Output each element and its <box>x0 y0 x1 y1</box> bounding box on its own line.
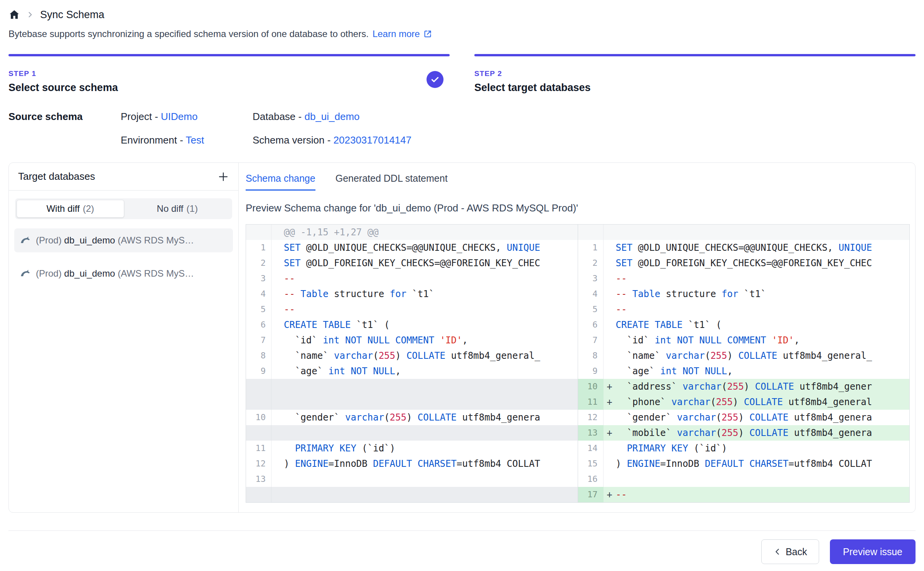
diff-line-number: 12 <box>246 456 271 471</box>
target-database-item-2[interactable]: (Prod) db_ui_demo (AWS RDS MyS… <box>14 262 233 286</box>
diff-pane-source: @@ -1,15 +1,27 @@1SET @OLD_UNIQUE_CHECKS… <box>246 225 578 502</box>
schema-change-content: Schema change Generated DDL statement Pr… <box>239 163 915 512</box>
subtitle-text: Bytebase supports synchronizing a specif… <box>8 29 369 39</box>
diff-line-sign <box>271 471 284 487</box>
diff-line: 8 `name` varchar(255) COLLATE utf8mb4_ge… <box>578 348 910 363</box>
target-database-item-label: (Prod) db_ui_demo (AWS RDS MyS… <box>36 268 194 279</box>
diff-line-code: `mobile` varchar(255) COLLATE utf8mb4_ge… <box>616 425 910 441</box>
diff-line-number: 8 <box>246 348 271 363</box>
diff-line-code: ) ENGINE=InnoDB DEFAULT CHARSET=utf8mb4 … <box>616 456 910 471</box>
chevron-right-icon <box>26 11 34 19</box>
diff-line <box>246 425 578 441</box>
diff-line-code: -- <box>616 302 910 317</box>
chevron-left-icon <box>773 547 782 556</box>
diff-line-code: PRIMARY KEY (`id`) <box>284 441 578 456</box>
diff-line: 5-- <box>246 302 578 317</box>
diff-line-sign <box>604 363 616 379</box>
diff-line <box>246 394 578 410</box>
diff-line-number: 3 <box>246 271 271 286</box>
diff-line: 13+ `mobile` varchar(255) COLLATE utf8mb… <box>578 425 910 441</box>
diff-line: 6CREATE TABLE `t1` ( <box>578 317 910 333</box>
environment-link[interactable]: Test <box>186 134 204 146</box>
diff-line-sign <box>271 394 284 410</box>
diff-line-sign <box>271 425 284 441</box>
diff-line-number: 10 <box>246 410 271 425</box>
step-1-label: STEP 1 <box>8 69 450 78</box>
diff-line-number: 15 <box>578 456 604 471</box>
project-field-label: Project - <box>121 111 158 122</box>
diff-line: 15) ENGINE=InnoDB DEFAULT CHARSET=utf8mb… <box>578 456 910 471</box>
diff-line-sign <box>271 317 284 333</box>
target-database-list: (Prod) db_ui_demo (AWS RDS MyS… (Prod) d… <box>9 228 238 295</box>
page-title: Sync Schema <box>40 9 105 21</box>
schema-version-link[interactable]: 20230317014147 <box>334 134 411 146</box>
diff-line-sign <box>271 487 284 502</box>
diff-line: 17+-- <box>578 487 910 502</box>
diff-line: 3-- <box>578 271 910 286</box>
diff-line-sign <box>271 333 284 348</box>
diff-line-number <box>246 379 271 394</box>
step-2-label: STEP 2 <box>474 69 916 78</box>
diff-line-sign <box>271 379 284 394</box>
diff-line: 14 PRIMARY KEY (`id`) <box>578 441 910 456</box>
diff-line-code: -- <box>616 271 910 286</box>
diff-line-code: ) ENGINE=InnoDB DEFAULT CHARSET=utf8mb4 … <box>284 456 578 471</box>
diff-line: 5-- <box>578 302 910 317</box>
diff-line-number: 6 <box>578 317 604 333</box>
target-database-item-1[interactable]: (Prod) db_ui_demo (AWS RDS MyS… <box>14 228 233 252</box>
diff-line-sign <box>604 441 616 456</box>
diff-filter-tabs: With diff (2) No diff (1) <box>15 198 232 219</box>
diff-line-code <box>284 379 578 394</box>
diff-line: 1SET @OLD_UNIQUE_CHECKS=@@UNIQUE_CHECKS,… <box>246 240 578 255</box>
diff-line: 11+ `phone` varchar(255) COLLATE utf8mb4… <box>578 394 910 410</box>
diff-line-sign <box>604 456 616 471</box>
diff-line-number <box>246 394 271 410</box>
diff-line-code: `age` int NOT NULL, <box>284 363 578 379</box>
back-button[interactable]: Back <box>761 539 819 564</box>
diff-line-number: 5 <box>246 302 271 317</box>
database-link[interactable]: db_ui_demo <box>304 111 359 122</box>
tab-schema-change[interactable]: Schema change <box>246 173 315 191</box>
home-icon[interactable] <box>8 9 20 20</box>
diff-line-sign <box>271 456 284 471</box>
step-2-progress-bar <box>474 54 916 56</box>
diff-hunk-header <box>578 225 910 240</box>
diff-line: 9 `age` int NOT NULL, <box>246 363 578 379</box>
step-1-title: Select source schema <box>8 82 450 94</box>
learn-more-link[interactable]: Learn more <box>373 29 432 39</box>
diff-line-number: 13 <box>246 471 271 487</box>
instance-detail: (AWS RDS MyS… <box>118 235 194 245</box>
plus-icon <box>218 171 229 182</box>
diff-line: 10+ `address` varchar(255) COLLATE utf8m… <box>578 379 910 394</box>
main-panel: Target databases With diff (2) No diff (… <box>8 162 916 513</box>
diff-line-number <box>246 425 271 441</box>
content-tabs: Schema change Generated DDL statement <box>246 173 910 191</box>
step-1-done-check-icon <box>427 71 443 88</box>
diff-line-code: `gender` varchar(255) COLLATE utf8mb4_ge… <box>616 410 910 425</box>
environment-field-label: Environment - <box>121 134 183 146</box>
target-database-item-label: (Prod) db_ui_demo (AWS RDS MyS… <box>36 235 194 246</box>
preview-issue-button[interactable]: Preview issue <box>830 539 916 564</box>
environment-field: Environment - Test <box>121 134 253 146</box>
diff-line-code: CREATE TABLE `t1` ( <box>284 317 578 333</box>
diff-line-number: 6 <box>246 317 271 333</box>
diff-line: 9 `age` int NOT NULL, <box>578 363 910 379</box>
add-target-database-button[interactable] <box>218 171 229 182</box>
diff-line-sign <box>271 255 284 271</box>
diff-line-sign <box>271 348 284 363</box>
diff-line-number: 14 <box>578 441 604 456</box>
tab-with-diff[interactable]: With diff (2) <box>17 200 124 218</box>
project-link[interactable]: UIDemo <box>161 111 197 122</box>
diff-line-code: -- <box>616 487 910 502</box>
diff-line-number: 3 <box>578 271 604 286</box>
diff-line-sign: + <box>604 487 616 502</box>
environment-prefix: (Prod) <box>36 235 62 245</box>
diff-line: 3-- <box>246 271 578 286</box>
diff-line-code: -- Table structure for `t1` <box>616 286 910 302</box>
diff-line-number <box>246 487 271 502</box>
schema-diff-viewer: @@ -1,15 +1,27 @@1SET @OLD_UNIQUE_CHECKS… <box>246 224 910 503</box>
tab-no-diff[interactable]: No diff (1) <box>124 200 231 218</box>
tab-generated-ddl[interactable]: Generated DDL statement <box>336 173 448 191</box>
diff-line-code: SET @OLD_FOREIGN_KEY_CHECKS=@@FOREIGN_KE… <box>616 255 910 271</box>
sidebar-title: Target databases <box>18 171 95 182</box>
